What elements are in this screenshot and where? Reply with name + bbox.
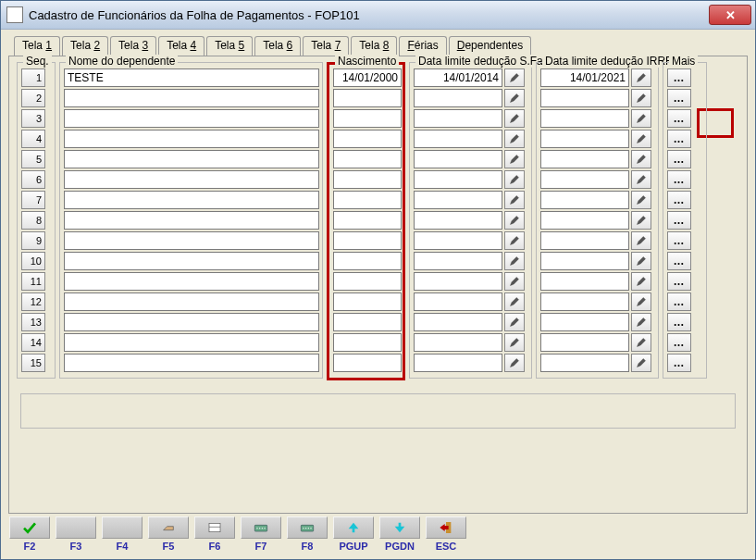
seq-button[interactable]: 3 — [21, 109, 45, 128]
nascimento-field[interactable] — [333, 109, 402, 128]
familia-picker-button[interactable] — [504, 89, 525, 107]
familia-field[interactable] — [414, 130, 502, 148]
nascimento-field[interactable] — [333, 231, 402, 250]
toolbar-f2[interactable]: F2 — [10, 516, 49, 552]
mais-button[interactable]: … — [667, 68, 691, 87]
nome-field[interactable] — [64, 130, 319, 148]
nascimento-field[interactable] — [333, 313, 402, 331]
tab-tela3[interactable]: Tela 3 — [110, 36, 156, 56]
nascimento-field[interactable] — [333, 191, 402, 209]
irrf-picker-button[interactable] — [631, 252, 651, 270]
familia-picker-button[interactable] — [504, 354, 525, 372]
irrf-field[interactable] — [540, 130, 629, 148]
tab-tela1[interactable]: Tela 1 — [14, 36, 60, 56]
nascimento-field[interactable] — [333, 354, 402, 372]
familia-picker-button[interactable] — [504, 211, 525, 230]
toolbar-esc[interactable]: ESC — [427, 516, 465, 552]
irrf-field[interactable] — [540, 333, 629, 352]
familia-field[interactable] — [414, 272, 502, 291]
irrf-picker-button[interactable] — [631, 333, 651, 352]
tab-dependentes[interactable]: Dependentes — [449, 36, 531, 56]
irrf-picker-button[interactable] — [631, 231, 651, 250]
irrf-field[interactable]: 14/01/2021 — [540, 68, 629, 87]
nascimento-field[interactable] — [333, 130, 402, 148]
familia-field[interactable] — [414, 191, 502, 209]
irrf-picker-button[interactable] — [631, 150, 651, 168]
familia-field[interactable] — [414, 89, 502, 107]
irrf-picker-button[interactable] — [631, 170, 651, 189]
seq-button[interactable]: 7 — [21, 191, 45, 209]
irrf-field[interactable] — [540, 313, 629, 331]
toolbar-pgdn[interactable]: PGDN — [380, 516, 419, 552]
nome-field[interactable] — [64, 191, 319, 209]
nascimento-field[interactable] — [333, 252, 402, 270]
seq-button[interactable]: 1 — [21, 68, 45, 87]
nome-field[interactable] — [64, 333, 319, 352]
familia-picker-button[interactable] — [504, 333, 525, 352]
nome-field[interactable] — [64, 150, 319, 168]
toolbar-pgup[interactable]: PGUP — [334, 516, 373, 552]
seq-button[interactable]: 10 — [21, 252, 45, 270]
toolbar-f5[interactable]: F5 — [149, 516, 188, 552]
tab-férias[interactable]: Férias — [399, 36, 446, 56]
nome-field[interactable] — [64, 211, 319, 230]
familia-field[interactable] — [414, 150, 502, 168]
nome-field[interactable] — [64, 313, 319, 331]
irrf-field[interactable] — [540, 150, 629, 168]
seq-button[interactable]: 6 — [21, 170, 45, 189]
seq-button[interactable]: 9 — [21, 231, 45, 250]
mais-button[interactable]: … — [667, 333, 691, 352]
irrf-field[interactable] — [540, 191, 629, 209]
irrf-field[interactable] — [540, 292, 629, 311]
irrf-picker-button[interactable] — [631, 68, 651, 87]
familia-picker-button[interactable] — [504, 130, 525, 148]
seq-button[interactable]: 14 — [21, 333, 45, 352]
mais-button[interactable]: … — [667, 231, 691, 250]
nome-field[interactable] — [64, 292, 319, 311]
seq-button[interactable]: 8 — [21, 211, 45, 230]
familia-field[interactable] — [414, 109, 502, 128]
toolbar-f8[interactable]: F8 — [288, 516, 327, 552]
seq-button[interactable]: 4 — [21, 130, 45, 148]
mais-button[interactable]: … — [667, 170, 691, 189]
familia-picker-button[interactable] — [504, 170, 525, 189]
familia-picker-button[interactable] — [504, 150, 525, 168]
nome-field[interactable] — [64, 354, 319, 372]
toolbar-f7[interactable]: F7 — [242, 516, 280, 552]
tab-tela2[interactable]: Tela 2 — [62, 36, 108, 56]
mais-button[interactable]: … — [667, 292, 691, 311]
mais-button[interactable]: … — [667, 211, 691, 230]
seq-button[interactable]: 2 — [21, 89, 45, 107]
familia-picker-button[interactable] — [504, 252, 525, 270]
irrf-field[interactable] — [540, 231, 629, 250]
seq-button[interactable]: 12 — [21, 292, 45, 311]
irrf-field[interactable] — [540, 211, 629, 230]
familia-field[interactable]: 14/01/2014 — [414, 68, 502, 87]
familia-field[interactable] — [414, 211, 502, 230]
mais-button[interactable]: … — [667, 354, 691, 372]
familia-field[interactable] — [414, 313, 502, 331]
familia-field[interactable] — [414, 354, 502, 372]
tab-tela7[interactable]: Tela 7 — [303, 36, 349, 56]
familia-picker-button[interactable] — [504, 272, 525, 291]
seq-button[interactable]: 5 — [21, 150, 45, 168]
irrf-picker-button[interactable] — [631, 89, 651, 107]
familia-picker-button[interactable] — [504, 231, 525, 250]
familia-field[interactable] — [414, 333, 502, 352]
familia-field[interactable] — [414, 252, 502, 270]
toolbar-f4[interactable]: F4 — [103, 516, 142, 552]
mais-button[interactable]: … — [667, 272, 691, 291]
familia-field[interactable] — [414, 231, 502, 250]
irrf-picker-button[interactable] — [631, 292, 651, 311]
nome-field[interactable] — [64, 109, 319, 128]
irrf-field[interactable] — [540, 272, 629, 291]
seq-button[interactable]: 13 — [21, 313, 45, 331]
mais-button[interactable]: … — [667, 89, 691, 107]
nascimento-field[interactable] — [333, 89, 402, 107]
mais-button[interactable]: … — [667, 252, 691, 270]
irrf-picker-button[interactable] — [631, 313, 651, 331]
nome-field[interactable] — [64, 170, 319, 189]
nascimento-field[interactable] — [333, 272, 402, 291]
irrf-picker-button[interactable] — [631, 130, 651, 148]
nascimento-field[interactable] — [333, 211, 402, 230]
